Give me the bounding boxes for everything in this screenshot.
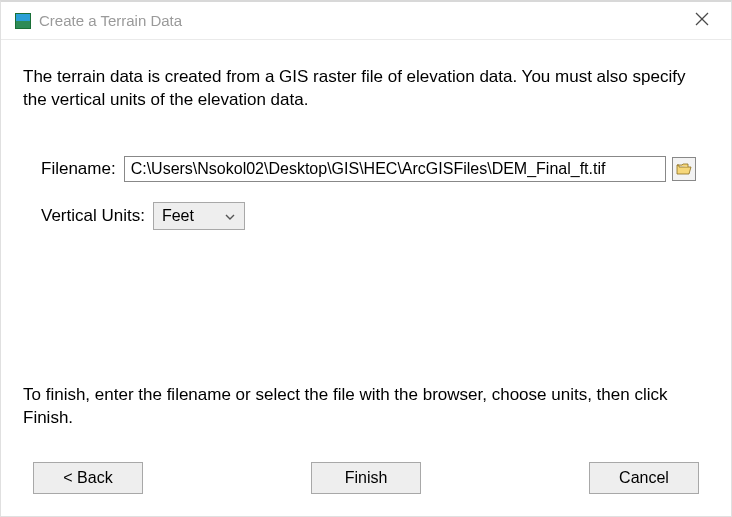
units-select[interactable]: Feet xyxy=(153,202,245,230)
dialog-content: The terrain data is created from a GIS r… xyxy=(1,40,731,516)
dialog-window: Create a Terrain Data The terrain data i… xyxy=(0,0,732,517)
hint-text: To finish, enter the filename or select … xyxy=(23,384,709,430)
folder-open-icon xyxy=(676,162,692,176)
filename-row: Filename: xyxy=(23,156,709,182)
close-icon[interactable] xyxy=(687,10,717,31)
app-icon xyxy=(15,13,31,29)
browse-button[interactable] xyxy=(672,157,696,181)
units-label: Vertical Units: xyxy=(41,206,145,226)
finish-button[interactable]: Finish xyxy=(311,462,421,494)
filename-input[interactable] xyxy=(124,156,666,182)
button-row: < Back Finish Cancel xyxy=(23,462,709,500)
filename-label: Filename: xyxy=(41,159,116,179)
window-title: Create a Terrain Data xyxy=(39,12,687,29)
titlebar: Create a Terrain Data xyxy=(1,2,731,40)
back-button[interactable]: < Back xyxy=(33,462,143,494)
units-row: Vertical Units: Feet xyxy=(23,202,709,230)
cancel-button[interactable]: Cancel xyxy=(589,462,699,494)
instruction-text: The terrain data is created from a GIS r… xyxy=(23,66,709,112)
